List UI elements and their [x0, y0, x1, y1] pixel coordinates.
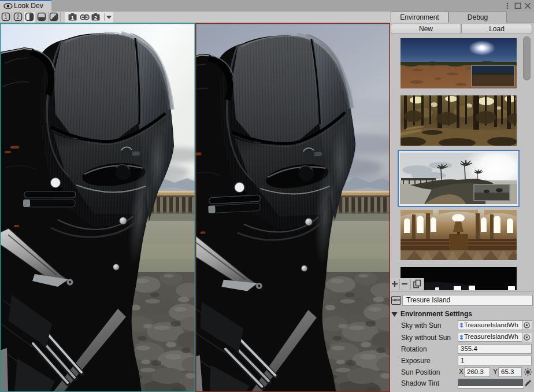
svg-text:2: 2 — [16, 14, 20, 20]
svg-text:1: 1 — [71, 14, 75, 21]
svg-text:1: 1 — [4, 14, 8, 20]
svg-text:2: 2 — [94, 14, 97, 21]
